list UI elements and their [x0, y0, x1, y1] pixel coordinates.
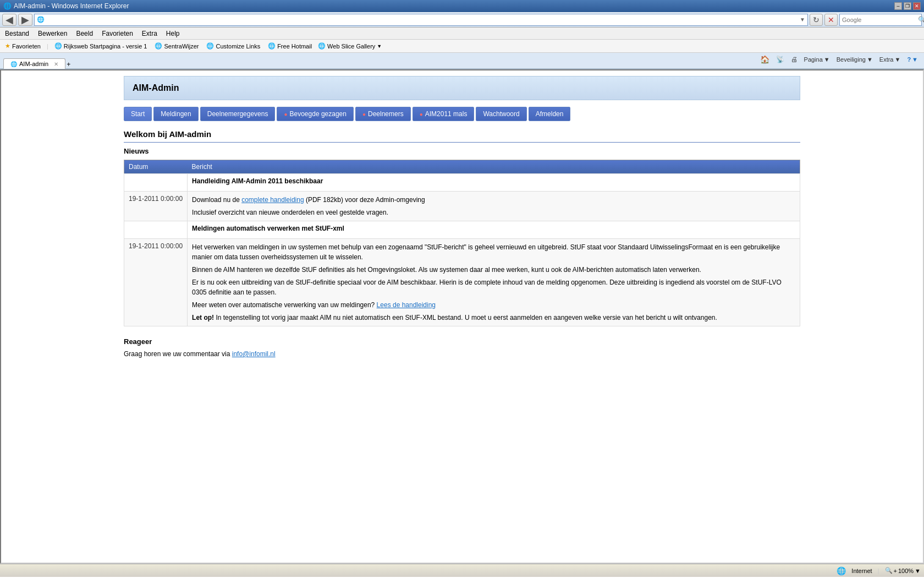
forward-button[interactable]: ▶ [18, 14, 32, 26]
address-bar[interactable]: 🌐 http://aim.vrom.nl/admin/default.aspx … [34, 14, 808, 26]
page-header: AIM-Admin [124, 76, 800, 100]
nav-tab-start[interactable]: Start [124, 107, 152, 121]
fav-hotmail[interactable]: 🌐 Free Hotmail [266, 42, 314, 50]
search-icon[interactable]: 🔍 [918, 16, 924, 24]
col-datum: Datum [124, 160, 188, 174]
ie-icon-1: 🌐 [155, 42, 162, 50]
nav-tab-wachtwoord[interactable]: Wachtwoord [476, 107, 526, 121]
news-para-2: Inclusief overzicht van nieuwe onderdele… [192, 208, 795, 217]
table-row: 19-1-2011 0:00:00 Het verwerken van meld… [124, 239, 800, 326]
title-bar-controls[interactable]: – ❐ ✕ [894, 2, 921, 10]
nav-tab-afmelden[interactable]: Afmelden [529, 107, 571, 121]
search-area[interactable]: 🔍 [839, 14, 922, 26]
menu-favorieten[interactable]: Favorieten [100, 29, 135, 38]
star-icon: ★ [5, 42, 10, 50]
menu-beeld[interactable]: Beeld [74, 29, 95, 38]
title-bar: 🌐 AIM-admin - Windows Internet Explorer … [0, 0, 924, 12]
dot-bevoegde: ● [284, 111, 287, 117]
extra-tool-button[interactable]: Extra ▼ [877, 55, 904, 64]
rss-button[interactable]: 📡 [773, 54, 787, 64]
news-item-2-title: Meldingen automatisch verwerken met StUF… [192, 225, 795, 232]
close-button[interactable]: ✕ [913, 2, 921, 10]
window-title: AIM-admin - Windows Internet Explorer [14, 2, 129, 10]
menu-extra[interactable]: Extra [140, 29, 159, 38]
ie-icon-2: 🌐 [206, 42, 214, 50]
status-right: 🌐 Internet | 🔍 + 100% ▼ [837, 566, 921, 575]
address-dropdown-icon[interactable]: ▼ [800, 17, 805, 23]
nav-tab-deelnemergegevens[interactable]: Deelnemergegevens [200, 107, 276, 121]
ie-icon-3: 🌐 [268, 42, 276, 50]
beveiliging-button[interactable]: Beveiliging ▼ [834, 55, 876, 64]
infomil-link[interactable]: info@infomil.nl [232, 350, 276, 358]
home-button[interactable]: 🏠 [757, 54, 772, 65]
beveiliging-dropdown-icon: ▼ [867, 56, 873, 63]
nav-tab-deelnemers[interactable]: ● Deelnemers [355, 107, 411, 121]
menu-help[interactable]: Help [164, 29, 182, 38]
tab-aim-admin[interactable]: 🌐 AIM-admin ✕ [3, 58, 65, 69]
favorites-bar: ★ Favorieten | 🌐 Rijksweb Startpagina - … [0, 40, 924, 53]
news-para-6: Meer weten over automatische verwerking … [192, 300, 795, 310]
nav-tab-bevoegde[interactable]: ● Bevoegde gezagen [277, 107, 353, 121]
title-bar-left: 🌐 AIM-admin - Windows Internet Explorer [3, 2, 129, 10]
new-tab-button[interactable]: + [67, 61, 78, 68]
bericht-cell-2: Meldingen automatisch verwerken met StUF… [188, 221, 800, 239]
welcome-title: Welkom bij AIM-admin [124, 129, 800, 143]
refresh-button[interactable]: ↻ [810, 14, 823, 26]
bericht-cell-1b: Download nu de complete handleiding (PDF… [188, 192, 800, 221]
favorites-button[interactable]: ★ Favorieten [3, 42, 42, 50]
zoom-icon: 🔍 [885, 567, 893, 574]
dot-deelnemers: ● [362, 111, 366, 117]
news-para-5: Er is nu ook een uitbreiding van de StUF… [192, 277, 795, 297]
menu-bewerken[interactable]: Bewerken [36, 29, 69, 38]
status-bar: 🌐 Internet | 🔍 + 100% ▼ [0, 564, 924, 577]
menu-bar: Bestand Bewerken Beeld Favorieten Extra … [0, 28, 924, 40]
col-bericht: Bericht [188, 160, 800, 174]
date-cell-1 [124, 174, 188, 192]
reageer-title: Reageer [124, 337, 800, 346]
date-cell-2b: 19-1-2011 0:00:00 [124, 239, 188, 326]
complete-handleiding-link[interactable]: complete handleiding [241, 196, 304, 204]
nieuws-title: Nieuws [124, 147, 800, 155]
zoom-value: 100% [898, 568, 914, 574]
news-para-7: Let op! In tegenstelling tot vorig jaar … [192, 313, 795, 323]
browser-content: AIM-Admin Start Meldingen Deelnemergegev… [0, 69, 924, 564]
webslice-icon: 🌐 [318, 42, 326, 50]
minimize-button[interactable]: – [894, 2, 902, 10]
internet-icon: 🌐 [837, 566, 846, 575]
nav-tab-meldingen[interactable]: Meldingen [153, 107, 198, 121]
restore-button[interactable]: ❐ [904, 2, 911, 10]
extra-dropdown-icon: ▼ [894, 56, 900, 63]
stop-button[interactable]: ✕ [824, 14, 838, 26]
navigation-bar: ◀ ▶ 🌐 http://aim.vrom.nl/admin/default.a… [0, 12, 924, 28]
ie-icon-0: 🌐 [54, 42, 62, 50]
address-input[interactable]: http://aim.vrom.nl/admin/default.aspx [46, 17, 800, 23]
print-button[interactable]: 🖨 [788, 54, 800, 64]
handleiding-link-2[interactable]: Lees de handleiding [377, 301, 436, 309]
reageer-section: Reageer Graag horen we uw commentaar via… [124, 337, 800, 358]
zoom-dropdown-icon[interactable]: ▼ [915, 568, 921, 574]
fav-rijksweb[interactable]: 🌐 Rijksweb Startpagina - versie 1 [53, 42, 149, 50]
zone-label: Internet [851, 568, 872, 574]
back-button[interactable]: ◀ [2, 14, 16, 26]
tab-favicon-0: 🌐 [10, 61, 17, 67]
news-item-1-title: Handleiding AIM-Admin 2011 beschikbaar [192, 177, 795, 185]
zoom-control[interactable]: 🔍 + 100% ▼ [885, 567, 921, 574]
table-row: Meldingen automatisch verwerken met StUF… [124, 221, 800, 239]
dot-aim2011: ● [420, 111, 423, 117]
table-row: Handleiding AIM-Admin 2011 beschikbaar [124, 174, 800, 192]
webslice-dropdown-icon[interactable]: ▼ [377, 43, 382, 49]
fav-webslice[interactable]: 🌐 Web Slice Gallery ▼ [318, 42, 382, 50]
search-input[interactable] [842, 17, 918, 23]
menu-bestand[interactable]: Bestand [3, 29, 31, 38]
help-tool-button[interactable]: ? ▼ [904, 55, 921, 64]
fav-customize[interactable]: 🌐 Customize Links [205, 42, 262, 50]
date-cell-2 [124, 221, 188, 239]
pagina-button[interactable]: Pagina ▼ [801, 55, 833, 64]
tab-tools: 🏠 📡 🖨 Pagina ▼ Beveiliging ▼ Extra ▼ ? ▼ [757, 54, 921, 68]
nav-tab-aim2011[interactable]: ● AIM2011 mals [413, 107, 475, 121]
date-cell-1b: 19-1-2011 0:00:00 [124, 192, 188, 221]
news-para-4: Binnen de AIM hanteren we dezelfde StUF … [192, 265, 795, 275]
tab-close-icon-0[interactable]: ✕ [54, 61, 58, 67]
fav-sentawijzer[interactable]: 🌐 SentraWijzer [153, 42, 200, 50]
help-dropdown-icon: ▼ [912, 56, 918, 63]
